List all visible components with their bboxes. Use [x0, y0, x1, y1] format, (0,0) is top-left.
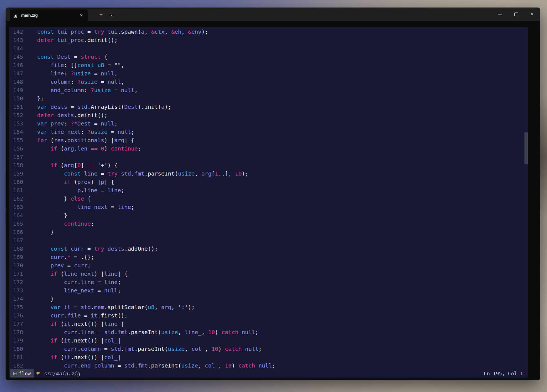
code-line[interactable]: 161 p.line = line;	[9, 186, 528, 194]
code-line[interactable]: 179 if (it.next()) |col_|	[9, 336, 528, 345]
code-line[interactable]: 178 curr.line = std.fmt.parseInt(usize, …	[9, 328, 528, 336]
code-text: continue;	[24, 220, 94, 228]
line-number: 160	[9, 178, 23, 186]
tab-main-zig[interactable]: main.zig ✕	[10, 9, 88, 21]
code-line[interactable]: 177 if (it.next()) |line_|	[9, 320, 528, 328]
editor-content[interactable]: 142 const tui_proc = try tui.spawn(a, &c…	[9, 27, 528, 378]
code-text: };	[24, 94, 44, 103]
line-number: 171	[9, 270, 23, 278]
code-text: for (res.positionals) |arg| {	[24, 136, 134, 144]
code-line[interactable]: 153 var prev: ?*Dest = null;	[9, 119, 528, 128]
line-number: 159	[9, 169, 23, 178]
code-line[interactable]: 148 column: ?usize = null,	[9, 78, 528, 86]
line-number: 181	[9, 353, 23, 361]
close-button[interactable]: ✕	[524, 8, 540, 21]
code-line[interactable]: 151 var dests = std.ArrayList(Dest).init…	[9, 103, 528, 111]
line-number: 170	[9, 261, 23, 270]
tab-close-icon[interactable]: ✕	[78, 12, 84, 18]
code-line[interactable]: 164 }	[9, 211, 528, 220]
minimize-button[interactable]	[492, 8, 508, 21]
code-text: var prev: ?*Dest = null;	[24, 119, 118, 128]
line-number: 158	[9, 161, 23, 169]
code-line[interactable]: 145 const Dest = struct {	[9, 53, 528, 61]
tab-dropdown-button[interactable]: ⌄	[107, 10, 116, 19]
code-line[interactable]: 150 };	[9, 94, 528, 103]
code-line[interactable]: 182 curr.end_column = std.fmt.parseInt(u…	[9, 361, 528, 370]
line-number: 166	[9, 228, 23, 236]
maximize-icon	[514, 13, 518, 16]
code-line[interactable]: 176 curr.file = it.first();	[9, 311, 528, 320]
code-line[interactable]: 168 const curr = try dests.addOne();	[9, 245, 528, 253]
code-area[interactable]: 142 const tui_proc = try tui.spawn(a, &c…	[9, 28, 528, 370]
code-text: end_column: ?usize = null,	[24, 86, 138, 94]
code-text: var it = std.mem.splitScalar(u8, arg, ':…	[24, 303, 195, 311]
code-line[interactable]: 170 prev = curr;	[9, 261, 528, 270]
code-line[interactable]: 163 line_next = line;	[9, 203, 528, 211]
code-line[interactable]: 156 if (arg.len == 0) continue;	[9, 144, 528, 153]
code-text: const tui_proc = try tui.spawn(a, &ctx, …	[24, 28, 208, 36]
code-line[interactable]: 174 }	[9, 295, 528, 303]
code-line[interactable]: 157	[9, 153, 528, 161]
file-path: src/main.zig	[44, 371, 80, 376]
line-number: 175	[9, 303, 23, 311]
code-line[interactable]: 165 continue;	[9, 220, 528, 228]
code-line[interactable]: 152 defer dests.deinit();	[9, 111, 528, 119]
maximize-button[interactable]	[508, 8, 524, 21]
new-tab-button[interactable]: +	[96, 10, 106, 19]
code-text: column: ?usize = null,	[24, 78, 124, 86]
code-line[interactable]: 146 file: []const u8 = "",	[9, 61, 528, 69]
line-number: 179	[9, 336, 23, 345]
flow-mode-chip[interactable]: flow	[10, 369, 34, 378]
code-text: curr.line = line;	[24, 278, 121, 286]
code-line[interactable]: 173 line_next = null;	[9, 286, 528, 295]
line-number: 164	[9, 211, 23, 220]
line-number: 150	[9, 94, 23, 103]
line-number: 157	[9, 153, 23, 161]
line-number: 169	[9, 253, 23, 261]
line-number: 168	[9, 245, 23, 253]
code-line[interactable]: 154 var line_next: ?usize = null;	[9, 128, 528, 136]
code-line[interactable]: 143 defer tui_proc.deinit();	[9, 36, 528, 44]
code-line[interactable]: 142 const tui_proc = try tui.spawn(a, &c…	[9, 28, 528, 36]
caption-buttons: ✕	[492, 8, 540, 21]
code-line[interactable]: 172 curr.line = line;	[9, 278, 528, 286]
line-number: 174	[9, 295, 23, 303]
code-line[interactable]: 181 if (it.next()) |col_|	[9, 353, 528, 361]
code-line[interactable]: 175 var it = std.mem.splitScalar(u8, arg…	[9, 303, 528, 311]
code-line[interactable]: 171 if (line_next) |line| {	[9, 270, 528, 278]
code-text: if (it.next()) |line_|	[24, 320, 124, 328]
line-number: 161	[9, 186, 23, 194]
code-text: prev = curr;	[24, 261, 91, 270]
line-number: 142	[9, 28, 23, 36]
title-bar[interactable]: main.zig ✕ + ⌄ ✕	[6, 8, 540, 21]
code-line[interactable]: 160 if (prev) |p| {	[9, 178, 528, 186]
code-text: }	[24, 295, 54, 303]
code-text: line: ?usize = null,	[24, 69, 118, 78]
code-line[interactable]: 166 }	[9, 228, 528, 236]
code-text: file: []const u8 = "",	[24, 61, 124, 69]
minimize-icon	[498, 14, 502, 14]
code-line[interactable]: 159 const line = try std.fmt.parseInt(us…	[9, 169, 528, 178]
code-text: if (arg[0] == '+') {	[24, 161, 118, 169]
code-line[interactable]: 158 if (arg[0] == '+') {	[9, 161, 528, 169]
line-number: 147	[9, 69, 23, 78]
code-line[interactable]: 180 curr.column = std.fmt.parseInt(usize…	[9, 345, 528, 353]
line-number: 144	[9, 44, 23, 53]
code-line[interactable]: 144	[9, 44, 528, 53]
code-text: line_next = null;	[24, 286, 121, 295]
code-line[interactable]: 155 for (res.positionals) |arg| {	[9, 136, 528, 144]
code-line[interactable]: 147 line: ?usize = null,	[9, 69, 528, 78]
code-line[interactable]: 167	[9, 236, 528, 245]
code-line[interactable]: 149 end_column: ?usize = null,	[9, 86, 528, 94]
line-number: 149	[9, 86, 23, 94]
close-icon: ✕	[531, 12, 534, 17]
code-line[interactable]: 162 } else {	[9, 194, 528, 203]
code-text: var dests = std.ArrayList(Dest).init(a);	[24, 103, 171, 111]
code-text: curr.* = .{};	[24, 253, 94, 261]
line-number: 151	[9, 103, 23, 111]
scrollbar-thumb[interactable]	[524, 132, 528, 164]
desktop: { "window": { "tab": { "title": "main.zi…	[0, 0, 547, 392]
code-line[interactable]: 169 curr.* = .{};	[9, 253, 528, 261]
line-number: 145	[9, 53, 23, 61]
code-text: const line = try std.fmt.parseInt(usize,…	[24, 169, 248, 178]
